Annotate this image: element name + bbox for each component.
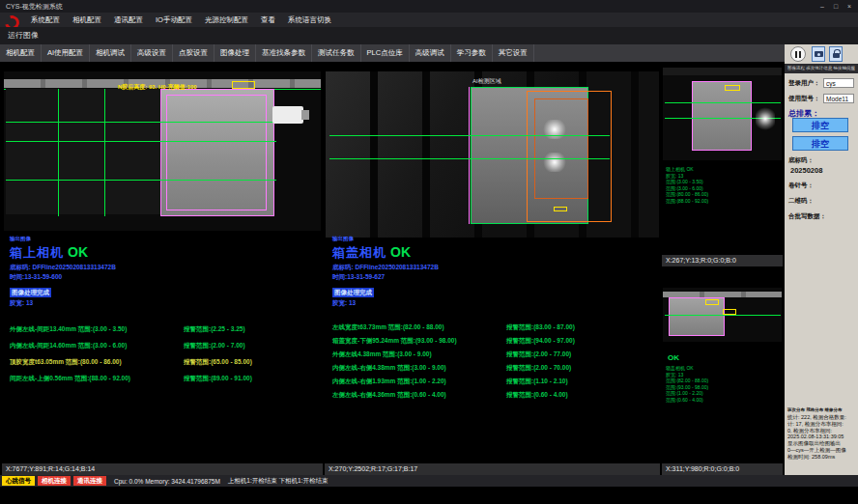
dark-band [663,68,782,75]
alarm-range: 报警范围:(2.00 - 7.00) [184,337,245,353]
connector-part [272,106,303,124]
small-top-camera-image[interactable] [663,68,782,160]
measurement-value: 顶胶宽度t63.05mm 范围:(80.00 - 86.00) [10,353,184,370]
overlay-green-line [6,122,276,123]
result-line: 箱上相机OK [10,243,88,262]
status-box[interactable]: 排空 [792,136,848,151]
menu-item[interactable]: 系统语言切换 [288,15,331,25]
measurement-value: 箱盖宽度-下侧95.24mm 范围:(93.00 - 98.00) [332,334,506,348]
alarm-range: 报警范围:(83.00 - 87.00) [506,321,575,334]
close-icon[interactable]: × [843,0,856,13]
status-boxes: 排空排空 [792,118,848,154]
left-camera-image[interactable]: N胶后高度: 93. H0-亮阈值:100 [4,71,321,231]
toolbar-item[interactable]: 其它设置 [493,44,534,62]
info-line: 图像处理完成 [332,288,374,297]
toolbar-item[interactable]: 高级调试 [410,44,451,62]
code-value: 20250208 [790,166,822,175]
menu-item[interactable]: 相机配置 [72,15,101,25]
toolbar-item[interactable]: 相机配置 [0,44,42,62]
small-bottom-camera-image[interactable] [663,288,782,342]
overlay-orange-inner-box [534,98,588,199]
pre-result-label: 输出图像 [332,236,354,242]
info-line: 底标码: DFFline2025020813313472B [10,263,116,272]
small-bottom-coordinate-bar: X:311;Y:980;R:0;G:0;B:0 [662,463,783,475]
info-line: 时间:13-31-59-627 [332,272,439,282]
measurement-value: 内侧左线-右侧1.93mm 范围:(1.00 - 2.20) [332,375,506,388]
minimize-icon[interactable]: – [815,0,829,13]
maximize-icon[interactable]: □ [829,0,843,13]
measurement-row: 箱盖宽度-下侧95.24mm 范围:(93.00 - 98.00)报警范围:(9… [332,334,575,348]
stat-line: 0, 检测分布率相同: [787,428,857,434]
log-line: 范围:(0.60 - 4.00) [666,397,708,404]
info-line: 时间:13-31-59-600 [10,272,116,282]
heartbeat-badge: 心跳信号 [2,476,35,486]
menu-item[interactable]: 系统配置 [31,15,60,25]
overlay-green-line [6,180,276,181]
toolbar-item[interactable]: 相机调试 [90,44,131,62]
stat-line: 2025.02.08-13:31:39:05 [787,434,857,440]
right-measurements: 左线宽度t63.73mm 范围:(82.00 - 88.00)报警范围:(83.… [332,321,575,402]
log-line: 范围:(3.00 - 3.50) [666,179,708,185]
alarm-range: 报警范围:(0.60 - 4.00) [506,388,568,402]
menu-item[interactable]: 通讯配置 [114,15,143,25]
measurement-row: 外侧左线4.38mm 范围:(3.00 - 9.00)报警范围:(2.00 - … [332,348,575,361]
left-camera-panel: N胶后高度: 93. H0-亮阈值:100 输出图像 箱上相机OK 底标码: D… [2,62,323,475]
overlay-yellow-box [554,207,567,211]
login-user-value: cys [823,78,854,88]
overlay-green-line [329,158,610,159]
left-info-lines: 底标码: DFFline2025020813313472B时间:13-31-59… [10,263,116,308]
stat-line: 显示图像取出绘图输出 [787,440,857,447]
right-info-lines: 底标码: DFFline2025020813313472B时间:13-31-59… [332,263,439,308]
comm-link-badge: 通讯连接 [73,476,106,486]
pre-result-label: 输出图像 [10,236,31,242]
overlay-yellow-box [232,81,255,89]
measurement-row: 间距左线-上侧0.56mm 范围:(88.00 - 92.00)报警范围:(89… [10,370,252,386]
measurement-row: 左侧左线-右侧4.36mm 范围:(0.60 - 4.00)报警范围:(0.60… [332,388,575,402]
code-label: 底标码： [788,156,814,165]
bright-spot [542,153,567,172]
sidebar-tabs-header[interactable]: 图像流程 班次统计信息 链接轴伺服 [785,64,858,73]
lock-tool-button[interactable] [829,46,843,62]
log-line: 箱上相机 OK [666,166,708,173]
inspected-part [692,81,752,151]
toolbar-item[interactable]: 学习参数 [451,44,493,62]
run-row: 运行图像 [0,27,858,44]
toolbar-item[interactable]: 高级设置 [131,44,173,62]
toolbar-item[interactable]: AI使用配置 [42,44,90,62]
part-outline-magenta [166,95,267,210]
title-bar: CYS-视觉检测系统 [0,0,858,13]
overlay-green-line [329,135,610,136]
stat-line: 检测时间: 258.09ms [787,454,857,461]
toolbar-item[interactable]: 图像处理 [214,44,256,62]
ai-region-label: AI检测区域 [472,77,501,86]
menu-item[interactable]: 查看 [261,15,275,25]
toolbar-item[interactable]: PLC点位库 [361,44,410,62]
log-line: 胶宽: 13 [666,173,708,180]
model-select[interactable]: Mode11 [823,94,854,103]
measurement-row: 顶胶宽度t63.05mm 范围:(80.00 - 86.00)报警范围:(65.… [10,353,252,370]
camera-tool-button[interactable] [812,46,825,62]
measurement-value: 外侧左线-间距13.40mm 范围:(3.00 - 3.50) [10,321,184,337]
pause-button[interactable] [790,46,806,62]
overlay-yellow-box [705,299,719,305]
background-region [6,89,160,214]
overlay-green-line [6,141,276,142]
status-box[interactable]: 排空 [792,118,848,132]
log-line: 范围:(82.00 - 88.00) [666,378,708,384]
measurement-value: 左线宽度t63.73mm 范围:(82.00 - 88.00) [332,321,506,334]
info-line: 胶宽: 13 [332,298,439,308]
right-camera-image[interactable]: AI检测区域 [326,71,659,238]
measurement-row: 外侧左线-间距13.40mm 范围:(3.00 - 3.50)报警范围:(2.2… [10,321,252,337]
stat-line: 统计: 222, 检测合格数量: [787,414,857,421]
run-image-label: 运行图像 [8,27,39,44]
menu-item[interactable]: IO手动配置 [156,15,192,25]
menu-item[interactable]: 光源控制配置 [205,15,248,25]
toolbar-item[interactable]: 测试任务数 [312,44,361,62]
toolbar-item[interactable]: 点胶设置 [173,44,214,62]
alarm-range: 报警范围:(65.00 - 85.00) [184,353,252,370]
toolbar-item[interactable]: 基准找条参数 [256,44,312,62]
overlay-green-line [665,102,781,103]
model-label: 使用型号： [788,95,820,103]
camera-icon [815,51,823,57]
bright-spot [756,106,775,131]
